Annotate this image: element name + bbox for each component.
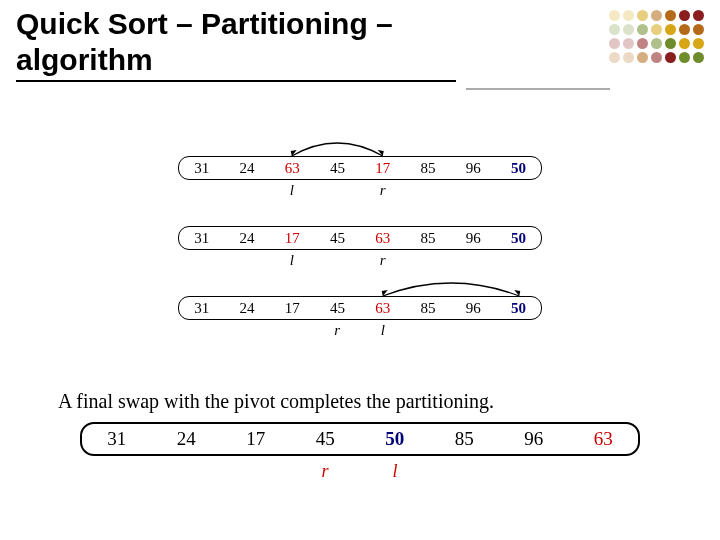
decorative-dot [693, 38, 704, 49]
decorative-dot [651, 52, 662, 63]
array-cell: 63 [360, 230, 405, 247]
title-divider [466, 88, 610, 90]
decorative-dot [637, 52, 648, 63]
array-cell: 31 [179, 230, 224, 247]
decorative-dot [665, 10, 676, 21]
array-cell: 17 [270, 230, 315, 247]
decorative-dot [651, 24, 662, 35]
final-array-diagram: 3124174550859663rl [80, 422, 640, 482]
decorative-dot [623, 38, 634, 49]
array-cell: 50 [496, 230, 541, 247]
result-array-row: 3124174550859663 [80, 422, 640, 456]
partition-step: 3124634517859650lr [178, 156, 542, 196]
array-cell: 96 [451, 300, 496, 317]
array-cell: 31 [179, 160, 224, 177]
decorative-dot [665, 52, 676, 63]
array-cell: 24 [152, 428, 222, 450]
decorative-dot [609, 24, 620, 35]
array-cell: 63 [270, 160, 315, 177]
array-cell: 31 [179, 300, 224, 317]
array-cell: 45 [315, 230, 360, 247]
decorative-dot [637, 38, 648, 49]
array-row: 3124174563859650 [178, 226, 542, 250]
partition-step: 3124174563859650rl [178, 296, 542, 336]
array-cell: 45 [315, 160, 360, 177]
decorative-dot [609, 10, 620, 21]
decorative-dot-grid [609, 10, 704, 63]
array-cell: 50 [496, 300, 541, 317]
decorative-dot [623, 10, 634, 21]
array-cell: 96 [451, 160, 496, 177]
array-cell: 63 [360, 300, 405, 317]
array-cell: 50 [496, 160, 541, 177]
array-cell: 45 [315, 300, 360, 317]
pointer-labels: lr [178, 252, 542, 266]
decorative-dot [651, 10, 662, 21]
decorative-dot [679, 52, 690, 63]
decorative-dot [679, 38, 690, 49]
pointer-labels: rl [80, 461, 640, 482]
decorative-dot [693, 52, 704, 63]
pointer-labels: lr [178, 182, 542, 196]
slide-title: Quick Sort – Partitioning – algorithm [16, 6, 456, 82]
decorative-dot [623, 52, 634, 63]
pointer-labels: rl [178, 322, 542, 336]
decorative-dot [665, 24, 676, 35]
decorative-dot [609, 52, 620, 63]
decorative-dot [693, 10, 704, 21]
array-cell: 17 [360, 160, 405, 177]
array-cell: 85 [430, 428, 500, 450]
decorative-dot [623, 24, 634, 35]
array-cell: 85 [405, 160, 450, 177]
decorative-dot [651, 38, 662, 49]
array-cell: 50 [360, 428, 430, 450]
array-cell: 24 [224, 160, 269, 177]
array-cell: 96 [451, 230, 496, 247]
decorative-dot [693, 24, 704, 35]
decorative-dot [637, 24, 648, 35]
decorative-dot [679, 24, 690, 35]
array-row: 3124634517859650 [178, 156, 542, 180]
decorative-dot [637, 10, 648, 21]
array-cell: 85 [405, 230, 450, 247]
array-cell: 17 [221, 428, 291, 450]
array-cell: 24 [224, 230, 269, 247]
array-cell: 96 [499, 428, 569, 450]
array-cell: 17 [270, 300, 315, 317]
decorative-dot [679, 10, 690, 21]
array-cell: 45 [291, 428, 361, 450]
caption-text: A final swap with the pivot completes th… [58, 390, 494, 413]
array-cell: 63 [569, 428, 639, 450]
decorative-dot [609, 38, 620, 49]
array-cell: 31 [82, 428, 152, 450]
array-cell: 24 [224, 300, 269, 317]
partition-steps-diagram: 3124634517859650lr3124174563859650lr3124… [178, 132, 542, 354]
array-row: 3124174563859650 [178, 296, 542, 320]
decorative-dot [665, 38, 676, 49]
array-cell: 85 [405, 300, 450, 317]
partition-step: 3124174563859650lr [178, 226, 542, 266]
